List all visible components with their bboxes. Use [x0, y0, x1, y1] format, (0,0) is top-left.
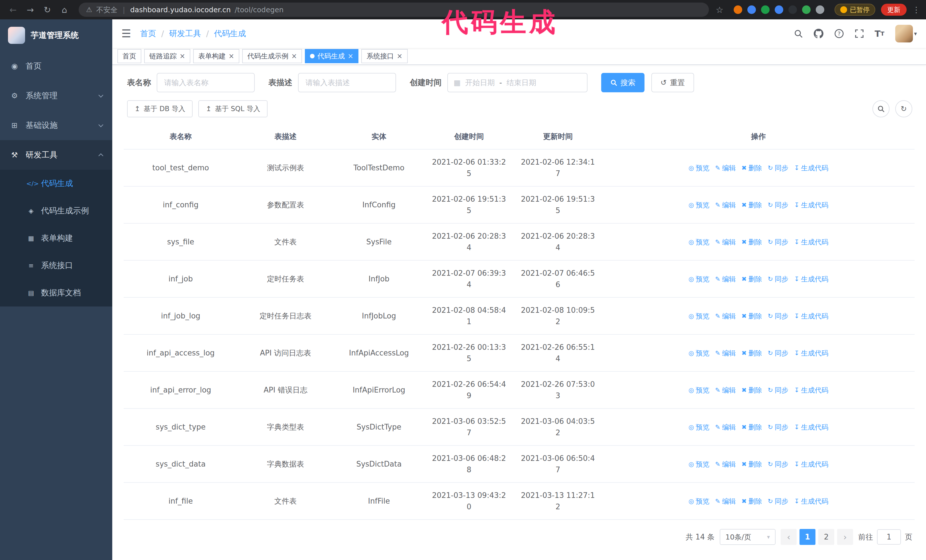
bookmark-star-icon[interactable]: ☆ — [716, 5, 723, 15]
row-action-delete[interactable]: ✖删除 — [741, 162, 762, 174]
font-size-icon[interactable]: TT — [875, 29, 884, 39]
refresh-table-button[interactable]: ↻ — [895, 100, 912, 117]
row-action-sync[interactable]: ↻同步 — [768, 311, 788, 322]
sidebar-toggle-icon[interactable]: ☰ — [121, 27, 131, 40]
extension-icon[interactable] — [802, 5, 811, 14]
row-action-sync[interactable]: ↻同步 — [768, 459, 788, 470]
close-icon[interactable]: × — [228, 53, 234, 60]
tab-codegen-example[interactable]: 代码生成示例× — [242, 49, 302, 63]
row-action-delete[interactable]: ✖删除 — [741, 311, 762, 322]
header-search-icon[interactable] — [794, 29, 803, 38]
extension-icon[interactable] — [816, 5, 824, 14]
table-desc-input[interactable] — [298, 73, 396, 92]
row-action-sync[interactable]: ↻同步 — [768, 496, 788, 507]
tab-form-builder[interactable]: 表单构建× — [193, 49, 239, 63]
browser-reload-icon[interactable]: ↻ — [40, 2, 55, 17]
row-action-delete[interactable]: ✖删除 — [741, 459, 762, 470]
row-action-preview[interactable]: ◎预览 — [688, 162, 710, 174]
reset-button[interactable]: ↺ 重置 — [651, 73, 694, 92]
breadcrumb-devtools[interactable]: 研发工具 — [169, 28, 201, 39]
table-name-input[interactable] — [157, 73, 255, 92]
row-action-generate[interactable]: ↧生成代码 — [794, 459, 828, 470]
row-action-generate[interactable]: ↧生成代码 — [794, 496, 828, 507]
browser-home-icon[interactable]: ⌂ — [57, 2, 72, 17]
row-action-edit[interactable]: ✎编辑 — [715, 199, 736, 211]
tab-codegen[interactable]: 代码生成× — [305, 49, 359, 63]
user-avatar[interactable]: ▾ — [895, 25, 917, 42]
row-action-generate[interactable]: ↧生成代码 — [794, 273, 828, 285]
row-action-sync[interactable]: ↻同步 — [768, 421, 788, 433]
next-page-button[interactable]: › — [837, 529, 853, 545]
row-action-edit[interactable]: ✎编辑 — [715, 496, 736, 507]
date-range-picker[interactable]: ▦ 开始日期 - 结束日期 — [447, 73, 587, 92]
tab-home[interactable]: 首页 — [117, 49, 141, 63]
row-action-generate[interactable]: ↧生成代码 — [794, 162, 828, 174]
row-action-edit[interactable]: ✎编辑 — [715, 459, 736, 470]
row-action-sync[interactable]: ↻同步 — [768, 162, 788, 174]
tab-api[interactable]: 系统接口× — [361, 49, 407, 63]
breadcrumb-home[interactable]: 首页 — [140, 28, 156, 39]
browser-forward-icon[interactable]: → — [23, 2, 38, 17]
extension-icon[interactable] — [761, 5, 770, 14]
row-action-delete[interactable]: ✖删除 — [741, 385, 762, 396]
row-action-delete[interactable]: ✖删除 — [741, 347, 762, 359]
tab-tracing[interactable]: 链路追踪× — [144, 49, 190, 63]
row-action-delete[interactable]: ✖删除 — [741, 421, 762, 433]
chrome-update-button[interactable]: 更新 — [881, 4, 906, 16]
sidebar-item-infra[interactable]: ⊞基础设施 — [0, 110, 112, 140]
row-action-preview[interactable]: ◎预览 — [688, 236, 710, 248]
row-action-preview[interactable]: ◎预览 — [688, 496, 710, 507]
row-action-edit[interactable]: ✎编辑 — [715, 162, 736, 174]
row-action-preview[interactable]: ◎预览 — [688, 459, 710, 470]
row-action-delete[interactable]: ✖删除 — [741, 199, 762, 211]
address-bar[interactable]: ⚠ 不安全 | dashboard.yudao.iocoder.cn/tool/… — [79, 3, 709, 17]
url-host[interactable]: dashboard.yudao.iocoder.cn — [130, 6, 231, 14]
profile-paused-badge[interactable]: 已暂停 — [835, 4, 875, 16]
row-action-generate[interactable]: ↧生成代码 — [794, 385, 828, 396]
sidebar-logo[interactable]: 芋道管理系统 — [0, 20, 112, 51]
row-action-generate[interactable]: ↧生成代码 — [794, 311, 828, 322]
row-action-edit[interactable]: ✎编辑 — [715, 273, 736, 285]
github-icon[interactable] — [814, 29, 823, 38]
help-icon[interactable]: ? — [834, 29, 844, 38]
goto-page-input[interactable] — [877, 529, 901, 545]
row-action-generate[interactable]: ↧生成代码 — [794, 421, 828, 433]
security-label[interactable]: 不安全 — [96, 5, 118, 15]
sidebar-item-home[interactable]: ◉首页 — [0, 51, 112, 81]
sidebar-item-api[interactable]: ≡系统接口 — [0, 252, 112, 279]
import-db-button[interactable]: ↥ 基于 DB 导入 — [127, 100, 193, 117]
sidebar-item-devtools[interactable]: ⚒研发工具 — [0, 140, 112, 170]
row-action-edit[interactable]: ✎编辑 — [715, 347, 736, 359]
extension-icon[interactable] — [747, 5, 756, 14]
row-action-delete[interactable]: ✖删除 — [741, 236, 762, 248]
row-action-preview[interactable]: ◎预览 — [688, 273, 710, 285]
fullscreen-icon[interactable] — [855, 29, 864, 38]
page-size-select[interactable]: 10条/页 ▾ — [720, 529, 776, 545]
row-action-preview[interactable]: ◎预览 — [688, 311, 710, 322]
row-action-preview[interactable]: ◎预览 — [688, 347, 710, 359]
browser-back-icon[interactable]: ← — [6, 2, 21, 17]
close-icon[interactable]: × — [291, 53, 297, 60]
row-action-sync[interactable]: ↻同步 — [768, 385, 788, 396]
prev-page-button[interactable]: ‹ — [781, 529, 797, 545]
row-action-edit[interactable]: ✎编辑 — [715, 311, 736, 322]
sidebar-item-codegen[interactable]: </>代码生成 — [0, 170, 112, 197]
import-sql-button[interactable]: ↥ 基于 SQL 导入 — [198, 100, 268, 117]
url-path[interactable]: /tool/codegen — [235, 6, 284, 14]
extension-icon[interactable] — [734, 5, 742, 14]
browser-menu-icon[interactable]: ⋮ — [912, 5, 920, 15]
search-button[interactable]: 搜索 — [601, 73, 645, 92]
row-action-edit[interactable]: ✎编辑 — [715, 236, 736, 248]
row-action-delete[interactable]: ✖删除 — [741, 273, 762, 285]
row-action-preview[interactable]: ◎预览 — [688, 199, 710, 211]
extension-icon[interactable] — [775, 5, 783, 14]
close-icon[interactable]: × — [348, 53, 353, 60]
extension-icon[interactable] — [788, 5, 797, 14]
sidebar-item-form-builder[interactable]: ▦表单构建 — [0, 225, 112, 252]
row-action-edit[interactable]: ✎编辑 — [715, 421, 736, 433]
row-action-edit[interactable]: ✎编辑 — [715, 385, 736, 396]
row-action-generate[interactable]: ↧生成代码 — [794, 236, 828, 248]
close-icon[interactable]: × — [180, 53, 185, 60]
sidebar-item-system[interactable]: ⚙系统管理 — [0, 81, 112, 110]
toggle-search-button[interactable] — [872, 100, 890, 117]
